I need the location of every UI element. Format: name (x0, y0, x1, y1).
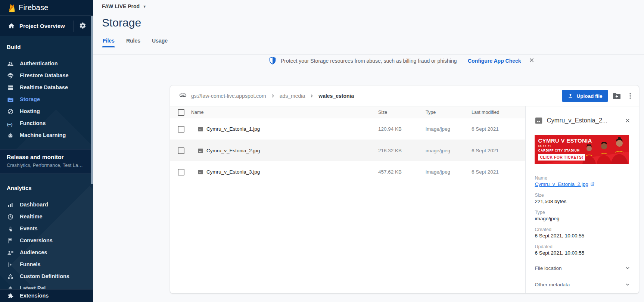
chevron-right-icon (309, 93, 314, 99)
sidebar-item-storage[interactable]: Storage (0, 94, 93, 106)
storage-folder-icon (7, 96, 14, 103)
globe-icon (7, 108, 14, 115)
configure-app-check-link[interactable]: Configure App Check (468, 58, 521, 64)
brand-name: Firebase (19, 3, 48, 12)
preview-headline: CYMRU V ESTONIA (538, 137, 592, 144)
section-label-build: Build (7, 44, 21, 50)
sidebar-item-funnels[interactable]: Funnels (0, 259, 93, 271)
active-tab-underline (102, 46, 115, 47)
sidebar-item-firestore-database[interactable]: Firestore Database (0, 70, 93, 82)
image-file-icon (535, 116, 543, 126)
bar-chart-icon (7, 202, 14, 208)
row-checkbox[interactable] (178, 126, 184, 133)
puzzle-icon (7, 293, 14, 299)
sidebar: Firebase Project Overview Build Authenti… (0, 0, 93, 302)
file-details-panel: Cymru_v_Estonia_2... (525, 106, 639, 293)
breadcrumb: gs://faw-comet-live.appspot.com ads_medi… (179, 85, 354, 106)
flag-icon (7, 237, 14, 244)
tab-bar: Files Rules Usage (103, 38, 168, 47)
app-check-message: Protect your Storage resources from abus… (281, 58, 457, 64)
database-icon (7, 84, 14, 91)
breadcrumb-current-folder: wales_estonia (318, 93, 354, 99)
sidebar-item-extensions[interactable]: Extensions (0, 290, 93, 302)
sidebar-item-machine-learning[interactable]: Machine Learning (0, 130, 93, 141)
field-value-name: Cymru_v_Estonia_2.jpg (535, 181, 594, 187)
robot-icon (7, 132, 14, 139)
table-row[interactable]: Cymru_v_Estonia_3.jpg 457.62 KB image/jp… (170, 161, 525, 182)
column-header-name[interactable]: Name (191, 110, 203, 115)
upload-icon (567, 93, 573, 99)
breadcrumb-folder[interactable]: ads_media (280, 93, 305, 99)
sidebar-item-realtime-database[interactable]: Realtime Database (0, 82, 93, 94)
table-header: Name Size Type Last modified (170, 106, 525, 118)
sidebar-item-dashboard[interactable]: Dashboard (0, 199, 93, 211)
storage-browser-card: gs://faw-comet-live.appspot.com ads_medi… (170, 85, 639, 293)
close-icon[interactable] (528, 57, 535, 65)
file-list: Name Size Type Last modified Cymru_v_Est… (170, 106, 525, 293)
image-file-icon (197, 148, 203, 155)
project-selector[interactable]: FAW LIVE Prod▼ (102, 3, 146, 9)
extensions-band: Extensions (0, 289, 93, 302)
close-icon[interactable] (624, 117, 631, 125)
file-name-link[interactable]: Cymru_v_Estonia_2.jpg (535, 181, 594, 187)
chevron-down-icon (625, 281, 631, 289)
column-header-last-modified[interactable]: Last modified (472, 110, 499, 115)
release-monitor-subtitle: Crashlytics, Performance, Test La… (7, 162, 83, 168)
sidebar-scrollbar[interactable] (91, 16, 93, 184)
field-label-type: Type (535, 210, 545, 215)
sidebar-item-events[interactable]: Events (0, 223, 93, 235)
sidebar-item-custom-definitions[interactable]: Custom Definitions (0, 271, 93, 283)
other-metadata-expander[interactable]: Other metadata (526, 276, 639, 293)
tab-usage[interactable]: Usage (152, 38, 168, 47)
sidebar-item-project-overview[interactable]: Project Overview (0, 16, 93, 36)
tab-rules[interactable]: Rules (126, 38, 140, 47)
preview-venue: CARDIFF CITY STADIUM (538, 149, 579, 152)
sidebar-item-realtime[interactable]: Realtime (0, 211, 93, 223)
section-release-and-monitor[interactable]: Release and monitor Crashlytics, Perform… (0, 149, 93, 174)
sidebar-item-hosting[interactable]: Hosting (0, 106, 93, 118)
sidebar-item-conversions[interactable]: Conversions (0, 235, 93, 247)
field-label-updated: Updated (535, 244, 552, 249)
release-monitor-label: Release and monitor (7, 154, 63, 161)
row-checkbox[interactable] (178, 169, 184, 175)
funnel-bars-icon (7, 261, 14, 268)
row-checkbox[interactable] (178, 147, 184, 154)
sidebar-item-authentication[interactable]: Authentication (0, 58, 93, 70)
firebase-logo-row[interactable]: Firebase (0, 0, 93, 16)
field-label-created: Created (535, 227, 551, 232)
shapes-icon (7, 273, 14, 280)
file-preview-image[interactable]: CYMRU V ESTONIA 08.09.21 CARDIFF CITY ST… (535, 135, 629, 164)
touch-icon (7, 225, 14, 232)
chevron-down-icon (625, 265, 631, 273)
preview-cta: CLICK FOR TICKETS! (538, 154, 585, 161)
project-selector-label: FAW LIVE Prod (102, 3, 140, 9)
file-location-expander[interactable]: File location (526, 260, 639, 276)
home-icon (8, 22, 15, 31)
functions-icon: (···) (7, 120, 14, 127)
dropdown-caret-icon: ▼ (143, 4, 146, 9)
column-header-size[interactable]: Size (378, 110, 387, 115)
divider (74, 21, 74, 32)
shield-icon (268, 56, 277, 67)
select-all-checkbox[interactable] (178, 109, 184, 116)
sidebar-item-audiences[interactable]: Audiences (0, 247, 93, 259)
firebase-console: Firebase Project Overview Build Authenti… (0, 0, 644, 302)
browser-toolbar: gs://faw-comet-live.appspot.com ads_medi… (170, 85, 639, 106)
gear-icon[interactable] (79, 22, 86, 31)
field-value-type: image/jpeg (535, 216, 559, 221)
upload-file-button[interactable]: Upload file (562, 90, 608, 102)
breadcrumb-bucket[interactable]: gs://faw-comet-live.appspot.com (191, 93, 266, 99)
create-folder-icon[interactable] (612, 91, 621, 102)
table-row-selected[interactable]: Cymru_v_Estonia_2.jpg 216.32 KB image/jp… (170, 140, 525, 161)
field-value-size: 221,508 bytes (535, 199, 566, 204)
clock-icon (7, 214, 14, 220)
field-label-size: Size (535, 193, 544, 198)
project-overview-label: Project Overview (19, 23, 65, 29)
main-content: FAW LIVE Prod▼ Storage Files Rules Usage… (93, 0, 644, 302)
overflow-menu-icon[interactable] (626, 91, 634, 102)
table-row[interactable]: Cymru_v_Estonia_1.jpg 120.94 KB image/jp… (170, 118, 525, 140)
column-header-type[interactable]: Type (426, 110, 436, 115)
link-icon[interactable] (179, 91, 187, 101)
tab-files[interactable]: Files (103, 38, 115, 47)
sidebar-item-functions[interactable]: (···) Functions (0, 118, 93, 130)
